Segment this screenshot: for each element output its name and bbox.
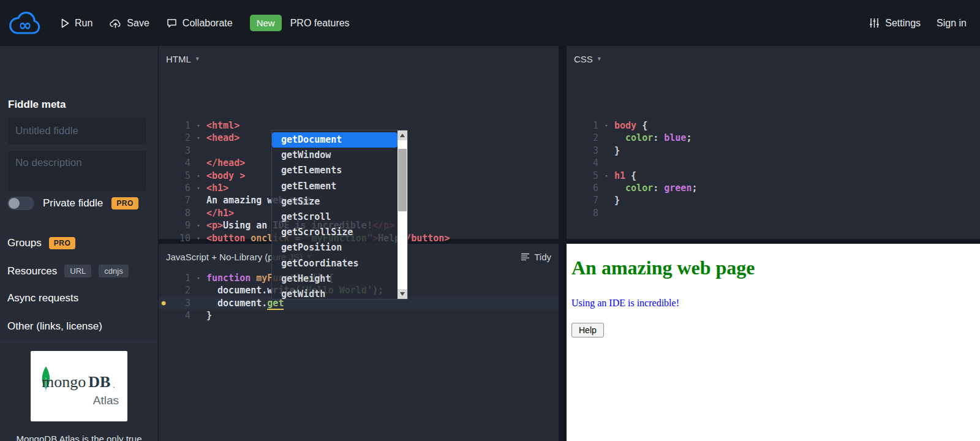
fold-arrow-icon[interactable]: ▾ [598, 119, 614, 132]
token-pun [614, 183, 625, 194]
fold-arrow-icon[interactable]: ▾ [190, 170, 206, 182]
autocomplete-item[interactable]: getScroll [272, 209, 398, 225]
line-number: 3 [168, 297, 190, 309]
fold-space [190, 207, 206, 219]
token-tag: <body > [206, 170, 245, 181]
autocomplete-item[interactable]: getDocument [272, 132, 398, 148]
fold-arrow-icon[interactable]: ▾ [190, 132, 206, 144]
line-number: 9 [168, 219, 190, 232]
fold-space [598, 194, 614, 206]
private-pro-badge: PRO [111, 197, 138, 209]
autocomplete-item[interactable]: getScrollSize [272, 225, 398, 240]
gutter-space [567, 119, 576, 132]
collaborate-label: Collaborate [183, 18, 233, 29]
jsfiddle-logo[interactable]: ∞ [6, 5, 44, 42]
svg-text:∞: ∞ [18, 16, 32, 34]
gutter-space [159, 182, 168, 194]
autocomplete-item[interactable]: getPosition [272, 240, 398, 255]
css-code-editor[interactable]: 1▾body {2 color: blue;3}45▾h1 {6 color: … [567, 119, 980, 219]
help-button[interactable]: Help [571, 323, 604, 337]
code-tokens: } [206, 309, 559, 322]
private-fiddle-toggle[interactable] [7, 197, 34, 210]
token-pun: } [206, 310, 212, 321]
css-editor-panel: CSS ▼ 1▾body {2 color: blue;3}45▾h1 {6 c… [567, 46, 980, 239]
collaborate-button[interactable]: Collaborate [167, 18, 233, 29]
groups-label: Groups [7, 237, 42, 249]
sidebar-item-other[interactable]: Other (links, license) [7, 320, 102, 333]
token-pun: } [614, 195, 620, 206]
fold-space [190, 194, 206, 206]
gutter-space [159, 284, 168, 296]
sidebar-item-async-requests[interactable]: Async requests [7, 292, 78, 304]
resource-url-badge[interactable]: URL [64, 265, 91, 277]
autocomplete-item[interactable]: getElements [272, 163, 398, 178]
token-tag: <button [206, 233, 251, 244]
gutter-space [159, 207, 168, 219]
chevron-down-icon[interactable]: ▼ [195, 56, 200, 62]
token-pun: : [653, 183, 664, 194]
result-panel: An amazing web page Using an IDE is incr… [567, 244, 980, 441]
line-number: 1 [168, 119, 190, 132]
token-tag: <p> [206, 220, 223, 231]
token-pun: . [262, 285, 267, 296]
resource-cdnjs-badge[interactable]: cdnjs [99, 265, 128, 277]
css-panel-title[interactable]: CSS [574, 54, 593, 64]
html-panel-title[interactable]: HTML [166, 54, 191, 64]
scroll-up-arrow[interactable] [398, 130, 407, 140]
sidebar-item-groups[interactable]: Groups PRO [7, 237, 75, 249]
token-tag: <h1> [206, 183, 228, 194]
fiddle-title-input[interactable] [7, 117, 147, 145]
line-number: 2 [168, 284, 190, 296]
settings-button[interactable]: Settings [869, 18, 921, 29]
token-tag: <head> [206, 132, 239, 143]
pro-features-link[interactable]: New PRO features [250, 15, 350, 31]
sign-in-button[interactable]: Sign in [937, 18, 967, 29]
line-number: 8 [576, 207, 598, 219]
collaborate-bubble-icon [167, 18, 177, 28]
tidy-button[interactable]: Tidy [521, 252, 551, 262]
scroll-down-arrow[interactable] [398, 289, 407, 299]
fold-arrow-icon[interactable]: ▾ [190, 219, 206, 232]
token-kw: function [206, 273, 251, 284]
autocomplete-item[interactable]: getCoordinates [272, 256, 398, 271]
save-button[interactable]: Save [110, 18, 149, 29]
token-pun: ; [686, 132, 692, 143]
autocomplete-item[interactable]: getElement [272, 179, 398, 194]
autocomplete-item[interactable]: getSize [272, 194, 398, 209]
code-tokens: } [614, 145, 980, 157]
sidebar-item-resources[interactable]: Resources URL cdnjs [7, 265, 129, 277]
fold-space [598, 157, 614, 169]
new-badge: New [250, 15, 282, 31]
line-number: 1 [576, 119, 598, 132]
line-number: 2 [168, 132, 190, 144]
autocomplete-item[interactable]: getHeight [272, 271, 398, 287]
chevron-down-icon[interactable]: ▼ [597, 56, 602, 62]
code-line: 6 color: green; [567, 182, 980, 194]
fiddle-description-input[interactable] [7, 150, 147, 192]
gutter-space [567, 207, 576, 219]
fold-arrow-icon[interactable]: ▾ [190, 272, 206, 284]
autocomplete-item[interactable]: getWindow [272, 148, 398, 163]
cloud-infinity-icon: ∞ [8, 7, 42, 39]
result-paragraph: Using an IDE is incredible! [571, 298, 975, 309]
code-tokens: } [614, 194, 980, 206]
fold-arrow-icon[interactable]: ▾ [190, 119, 206, 132]
mongodb-brand: mongo DB . [42, 374, 115, 390]
mongodb-ad-card[interactable]: mongo DB . Atlas [31, 351, 127, 421]
gutter-space [159, 157, 168, 169]
code-line: 3} [567, 145, 980, 157]
line-number: 10 [168, 232, 190, 244]
autocomplete-scrollbar[interactable] [398, 130, 407, 299]
run-button[interactable]: Run [61, 18, 92, 29]
fold-space [190, 145, 206, 157]
fold-arrow-icon[interactable]: ▾ [190, 232, 206, 244]
settings-sliders-icon [869, 18, 880, 28]
token-tag: h1 [614, 170, 625, 181]
fold-arrow-icon[interactable]: ▾ [598, 170, 614, 182]
mongodb-brand-db: DB [88, 374, 110, 390]
scrollbar-thumb[interactable] [398, 149, 407, 211]
fold-arrow-icon[interactable]: ▾ [190, 182, 206, 194]
fold-space [598, 145, 614, 157]
autocomplete-item[interactable]: getWidth [272, 287, 398, 302]
token-pun [206, 298, 217, 309]
